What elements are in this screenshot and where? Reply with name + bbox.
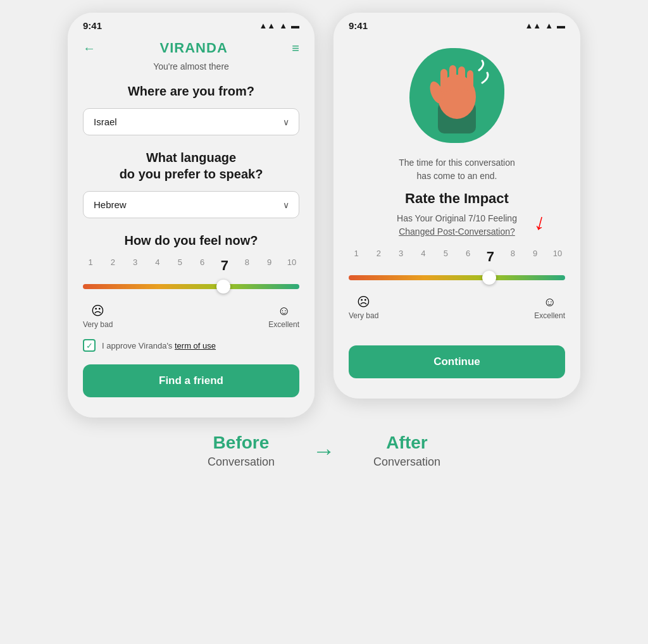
before-sub-label: Conversation bbox=[208, 455, 275, 469]
after-sad-face-icon: ☹ bbox=[357, 294, 370, 309]
terms-link[interactable]: term of use bbox=[175, 341, 216, 350]
spacer bbox=[349, 330, 565, 345]
svg-rect-5 bbox=[458, 66, 465, 92]
num-7-active: 7 bbox=[218, 257, 231, 274]
after-num-10: 10 bbox=[551, 249, 564, 265]
before-track-bar bbox=[83, 284, 299, 289]
battery-icon: ▬ bbox=[291, 21, 299, 30]
checkmark-icon: ✓ bbox=[86, 341, 93, 350]
after-num-8: 8 bbox=[506, 249, 519, 265]
svg-rect-4 bbox=[449, 65, 456, 92]
app-logo: VIRANDA bbox=[160, 40, 228, 56]
very-bad-label: Very bad bbox=[83, 320, 113, 329]
after-screen-content: The time for this conversationhas come t… bbox=[333, 35, 580, 399]
question-3: How do you feel now? bbox=[83, 232, 299, 249]
wave-illustration bbox=[349, 45, 565, 146]
after-subtitle: The time for this conversationhas come t… bbox=[349, 156, 565, 183]
question-2: What languagedo you prefer to speak? bbox=[83, 149, 299, 182]
sad-face-icon: ☹ bbox=[91, 303, 104, 318]
after-num-3: 3 bbox=[395, 249, 408, 265]
after-very-bad-label: Very bad bbox=[349, 311, 378, 320]
after-status-bar: 9:41 ▲▲ ▲ ▬ bbox=[333, 13, 580, 35]
happy-face-icon: ☺ bbox=[277, 304, 290, 318]
language-select[interactable]: Hebrew English Arabic bbox=[83, 191, 299, 218]
after-question-text: Has Your Original 7/10 FeelingChanged Po… bbox=[349, 212, 565, 238]
num-9: 9 bbox=[263, 257, 276, 274]
language-dropdown-container: Hebrew English Arabic ∨ bbox=[83, 191, 299, 218]
after-time: 9:41 bbox=[349, 20, 368, 31]
num-1: 1 bbox=[84, 257, 97, 274]
after-heading: Rate the Impact bbox=[349, 190, 565, 207]
before-status-icons: ▲▲ ▲ ▬ bbox=[259, 21, 299, 30]
excellent-label: Excellent bbox=[268, 320, 299, 329]
terms-checkbox[interactable]: ✓ bbox=[83, 339, 96, 352]
before-phone: 9:41 ▲▲ ▲ ▬ ← VIRANDA ≡ You're almost th… bbox=[68, 13, 315, 418]
after-track-bar bbox=[349, 275, 565, 280]
before-label-block: Before Conversation bbox=[208, 433, 275, 469]
question-1: Where are you from? bbox=[83, 83, 299, 99]
country-dropdown-container: Israel United States UK ∨ bbox=[83, 108, 299, 135]
after-num-6: 6 bbox=[462, 249, 475, 265]
wave-hand-svg bbox=[419, 51, 495, 133]
after-slider-thumb[interactable] bbox=[482, 271, 496, 285]
num-4: 4 bbox=[151, 257, 164, 274]
after-question-wrapper: Has Your Original 7/10 FeelingChanged Po… bbox=[349, 212, 565, 238]
after-label-block: After Conversation bbox=[373, 433, 440, 469]
menu-button[interactable]: ≡ bbox=[292, 41, 299, 56]
before-subtitle: You're almost there bbox=[83, 61, 299, 71]
middle-arrow-icon: → bbox=[313, 438, 335, 464]
after-num-4: 4 bbox=[417, 249, 430, 265]
after-sub-label: Conversation bbox=[373, 455, 440, 469]
after-slider-track[interactable] bbox=[349, 269, 565, 287]
before-label: Before bbox=[213, 433, 270, 453]
after-happy-face-icon: ☺ bbox=[543, 295, 556, 309]
bottom-labels: Before Conversation → After Conversation bbox=[13, 433, 635, 469]
after-label: After bbox=[386, 433, 427, 453]
num-8: 8 bbox=[240, 257, 253, 274]
after-battery-icon: ▬ bbox=[557, 21, 565, 30]
before-slider-track[interactable] bbox=[83, 278, 299, 295]
num-3: 3 bbox=[129, 257, 142, 274]
svg-rect-6 bbox=[467, 70, 473, 93]
back-button[interactable]: ← bbox=[83, 41, 96, 56]
num-10: 10 bbox=[285, 257, 298, 274]
after-phone: 9:41 ▲▲ ▲ ▬ bbox=[333, 13, 580, 399]
terms-text: I approve Viranda's term of use bbox=[102, 341, 216, 350]
before-label-right: ☺ Excellent bbox=[268, 304, 299, 329]
after-slider-numbers: 1 2 3 4 5 6 7 8 9 10 bbox=[349, 249, 565, 265]
country-select[interactable]: Israel United States UK bbox=[83, 108, 299, 135]
num-5: 5 bbox=[173, 257, 186, 274]
after-num-5: 5 bbox=[439, 249, 452, 265]
after-label-left: ☹ Very bad bbox=[349, 294, 378, 320]
signal-icon: ▲▲ bbox=[259, 21, 275, 30]
after-num-1: 1 bbox=[350, 249, 363, 265]
after-label-right: ☺ Excellent bbox=[534, 295, 565, 320]
find-friend-button[interactable]: Find a friend bbox=[83, 364, 299, 397]
after-status-icons: ▲▲ ▲ ▬ bbox=[525, 21, 565, 30]
after-excellent-label: Excellent bbox=[534, 311, 565, 320]
continue-button[interactable]: Continue bbox=[349, 345, 565, 378]
wifi-icon: ▲ bbox=[279, 21, 287, 30]
before-slider-numbers: 1 2 3 4 5 6 7 8 9 10 bbox=[83, 257, 299, 274]
after-num-2: 2 bbox=[372, 249, 385, 265]
after-num-7-active: 7 bbox=[484, 249, 497, 265]
svg-rect-3 bbox=[440, 69, 447, 93]
before-slider-labels: ☹ Very bad ☺ Excellent bbox=[83, 303, 299, 329]
after-num-9: 9 bbox=[529, 249, 542, 265]
after-signal-icon: ▲▲ bbox=[525, 21, 541, 30]
before-screen-content: ← VIRANDA ≡ You're almost there Where ar… bbox=[68, 35, 315, 418]
num-6: 6 bbox=[196, 257, 209, 274]
app-header: ← VIRANDA ≡ bbox=[83, 40, 299, 56]
num-2: 2 bbox=[106, 257, 119, 274]
before-label-left: ☹ Very bad bbox=[83, 303, 113, 329]
wave-hand-container bbox=[406, 45, 508, 146]
before-time: 9:41 bbox=[83, 20, 102, 31]
terms-row: ✓ I approve Viranda's term of use bbox=[83, 339, 299, 352]
before-slider-thumb[interactable] bbox=[216, 280, 230, 294]
after-wifi-icon: ▲ bbox=[545, 21, 553, 30]
underlined-text: Changed Post-Conversation? bbox=[399, 226, 515, 237]
before-status-bar: 9:41 ▲▲ ▲ ▬ bbox=[68, 13, 315, 35]
after-slider-labels: ☹ Very bad ☺ Excellent bbox=[349, 294, 565, 320]
